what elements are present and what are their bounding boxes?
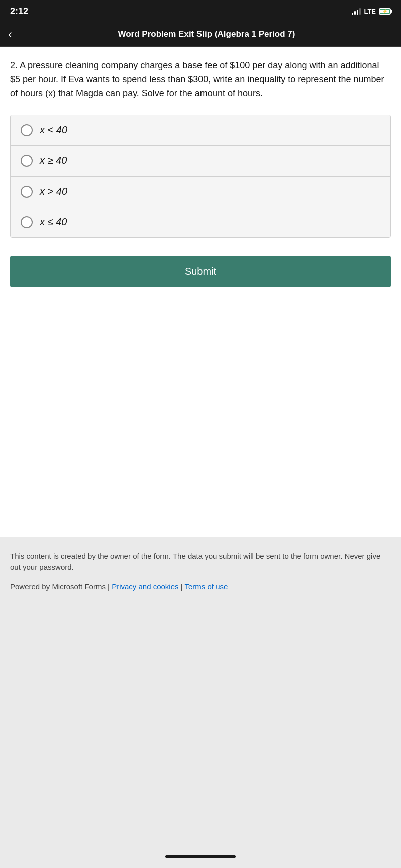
status-icons: LTE ⚡ [352, 8, 391, 15]
separator-2: | [181, 582, 185, 591]
option-a[interactable]: x < 40 [11, 115, 390, 146]
battery-icon: ⚡ [379, 8, 391, 15]
privacy-link[interactable]: Privacy and cookies [112, 582, 178, 591]
radio-a[interactable] [21, 124, 33, 136]
footer: This content is created by the owner of … [0, 537, 401, 613]
footer-disclaimer: This content is created by the owner of … [10, 551, 391, 573]
option-c-label: x > 40 [40, 186, 67, 197]
option-b-label: x ≥ 40 [40, 155, 67, 166]
radio-c[interactable] [21, 186, 33, 198]
option-b[interactable]: x ≥ 40 [11, 146, 390, 177]
radio-b[interactable] [21, 155, 33, 167]
network-type: LTE [364, 8, 376, 15]
separator-1: | [108, 582, 112, 591]
option-c[interactable]: x > 40 [11, 177, 390, 207]
option-d[interactable]: x ≤ 40 [11, 207, 390, 237]
footer-links: Powered by Microsoft Forms | Privacy and… [10, 581, 391, 593]
bottom-spacer [0, 612, 401, 849]
options-container: x < 40 x ≥ 40 x > 40 x ≤ 40 [10, 115, 391, 238]
home-bar [165, 855, 236, 858]
status-time: 2:12 [10, 6, 28, 17]
submit-button[interactable]: Submit [10, 256, 391, 287]
option-d-label: x ≤ 40 [40, 216, 67, 228]
back-button[interactable]: ‹ [8, 28, 12, 40]
status-bar: 2:12 LTE ⚡ [0, 0, 401, 22]
page-title: Word Problem Exit Slip (Algebra 1 Period… [20, 29, 393, 39]
home-indicator [0, 849, 401, 868]
powered-by-text: Powered by Microsoft Forms [10, 582, 106, 591]
nav-header: ‹ Word Problem Exit Slip (Algebra 1 Peri… [0, 22, 401, 47]
main-content: 2. A pressure cleaning company charges a… [0, 47, 401, 525]
question-text: 2. A pressure cleaning company charges a… [10, 59, 391, 101]
terms-link[interactable]: Terms of use [185, 582, 228, 591]
option-a-label: x < 40 [40, 124, 67, 136]
signal-icon [352, 8, 361, 15]
radio-d[interactable] [21, 216, 33, 228]
